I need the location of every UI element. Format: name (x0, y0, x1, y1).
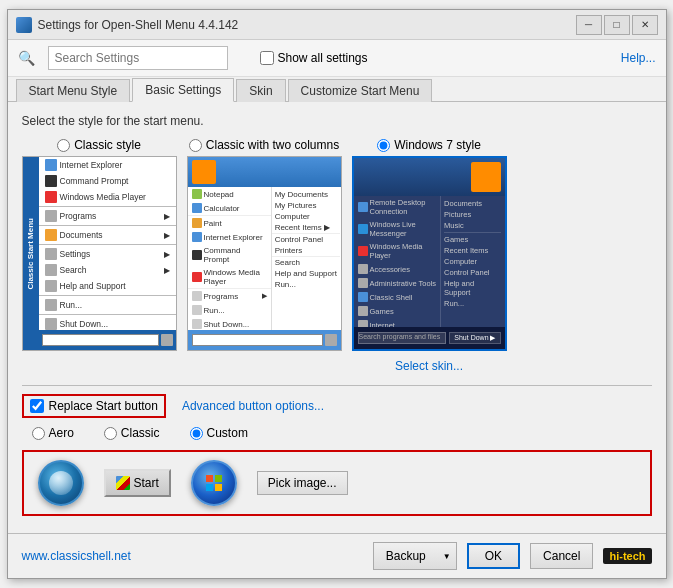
tab-customize[interactable]: Customize Start Menu (288, 79, 433, 102)
classic-style-btn-radio[interactable] (104, 427, 117, 440)
win7-style-preview[interactable]: Remote Desktop Connection Windows Live M… (352, 156, 507, 351)
ok-button[interactable]: OK (467, 543, 520, 569)
two-col-style-radio[interactable] (189, 139, 202, 152)
replace-start-check-wrap: Replace Start button (22, 394, 166, 418)
maximize-button[interactable]: □ (604, 15, 630, 35)
cancel-button[interactable]: Cancel (530, 543, 593, 569)
win7-style-label[interactable]: Windows 7 style (377, 138, 481, 152)
list-item: Run... (272, 279, 341, 290)
classic-start-button[interactable]: Start (104, 469, 171, 497)
website-link[interactable]: www.classicshell.net (22, 549, 131, 563)
help-link[interactable]: Help... (621, 51, 656, 65)
custom-style-radio[interactable] (190, 427, 203, 440)
close-button[interactable]: ✕ (632, 15, 658, 35)
style-option-classic: Classic style Classic Start Menu Interne… (22, 138, 177, 373)
list-item: Documents ▶ (39, 227, 176, 243)
minimize-button[interactable]: ─ (576, 15, 602, 35)
list-item: Internet Explorer (188, 230, 271, 244)
list-item: Shut Down... (39, 316, 176, 330)
list-item: Recent Items ▶ (272, 222, 341, 233)
app-icon (16, 17, 32, 33)
win7-style-radio[interactable] (377, 139, 390, 152)
list-item: Windows Live Messenger (354, 218, 441, 240)
list-item: Games (354, 304, 441, 318)
search-box (48, 46, 228, 70)
replace-start-row: Replace Start button Advanced button opt… (22, 394, 652, 418)
divider (39, 244, 176, 245)
list-item: Search ▶ (39, 262, 176, 278)
advanced-button-options-link[interactable]: Advanced button options... (182, 399, 324, 413)
svg-rect-0 (206, 475, 213, 482)
list-item: Internet Explorer (39, 157, 176, 173)
list-item: Programs ▶ (39, 208, 176, 224)
backup-dropdown-button[interactable]: ▼ (438, 543, 456, 569)
list-item: Windows Media Player (188, 266, 271, 288)
style-option-win7: Windows 7 style Remote Desktop Connectio… (352, 138, 507, 373)
classic-style-radio[interactable] (57, 139, 70, 152)
list-item: My Pictures (272, 200, 341, 211)
classic-style-preview[interactable]: Classic Start Menu Internet Explorer Com… (22, 156, 177, 351)
list-item: Control Panel (272, 234, 341, 245)
replace-start-checkbox[interactable] (30, 399, 44, 413)
list-item: Help and Support (272, 268, 341, 279)
divider (39, 314, 176, 315)
two-col-style-label[interactable]: Classic with two columns (189, 138, 339, 152)
show-all-checkbox[interactable] (260, 51, 274, 65)
two-col-style-preview[interactable]: Notepad Calculator Paint Internet Explor… (187, 156, 342, 351)
classic-style-btn-label[interactable]: Classic (104, 426, 160, 440)
aero-style-radio[interactable] (32, 427, 45, 440)
aero-style-label[interactable]: Aero (32, 426, 74, 440)
classic-style-label[interactable]: Classic style (57, 138, 141, 152)
search-icon: 🔍 (18, 49, 36, 67)
backup-button-wrap: Backup ▼ (373, 542, 457, 570)
list-item: Remote Desktop Connection (354, 196, 441, 218)
show-all-wrap: Show all settings (260, 51, 368, 65)
list-item: Run... (188, 303, 271, 317)
custom-orb-preview (191, 460, 237, 506)
start-flag-icon (116, 476, 130, 490)
divider (39, 225, 176, 226)
button-style-row: Aero Classic Custom (22, 426, 652, 440)
list-item: Printers (272, 245, 341, 256)
list-item: Documents (441, 198, 504, 209)
list-item: Recent Items (441, 245, 504, 256)
list-item: Run... (39, 297, 176, 313)
list-item: Paint (188, 216, 271, 230)
list-item: Games (441, 234, 504, 245)
button-previews: Start Pick image... (22, 450, 652, 516)
list-item: Settings ▶ (39, 246, 176, 262)
svg-rect-2 (206, 484, 213, 491)
list-item: Programs▶ (188, 289, 271, 303)
replace-start-label: Replace Start button (49, 399, 158, 413)
style-options: Classic style Classic Start Menu Interne… (22, 138, 652, 373)
list-item: Computer (441, 256, 504, 267)
backup-button[interactable]: Backup (374, 543, 438, 569)
list-item: Computer (272, 211, 341, 222)
list-item: Help and Support (39, 278, 176, 294)
search-input[interactable] (55, 51, 221, 65)
tab-skin[interactable]: Skin (236, 79, 285, 102)
window-controls: ─ □ ✕ (576, 15, 658, 35)
pick-image-button[interactable]: Pick image... (257, 471, 348, 495)
content-area: Select the style for the start menu. Cla… (8, 102, 666, 533)
window-title: Settings for Open-Shell Menu 4.4.142 (38, 18, 576, 32)
show-all-label: Show all settings (278, 51, 368, 65)
custom-style-label[interactable]: Custom (190, 426, 248, 440)
tabs-bar: Start Menu Style Basic Settings Skin Cus… (8, 77, 666, 102)
list-item: Classic Shell (354, 290, 441, 304)
toolbar: 🔍 Show all settings Help... (8, 40, 666, 77)
select-skin-link[interactable]: Select skin... (395, 359, 463, 373)
list-item: Command Prompt (39, 173, 176, 189)
list-item: Search (272, 257, 341, 268)
tab-start-menu-style[interactable]: Start Menu Style (16, 79, 131, 102)
custom-flag-icon (204, 473, 224, 493)
list-item: Shut Down... (188, 317, 271, 330)
list-item: Administrative Tools (354, 276, 441, 290)
list-item: My Documents (272, 189, 341, 200)
list-item: Accessories (354, 262, 441, 276)
tab-basic-settings[interactable]: Basic Settings (132, 78, 234, 102)
list-item: Command Prompt (188, 244, 271, 266)
list-item: Run... (441, 298, 504, 309)
separator (22, 385, 652, 386)
list-item: Notepad (188, 187, 271, 201)
